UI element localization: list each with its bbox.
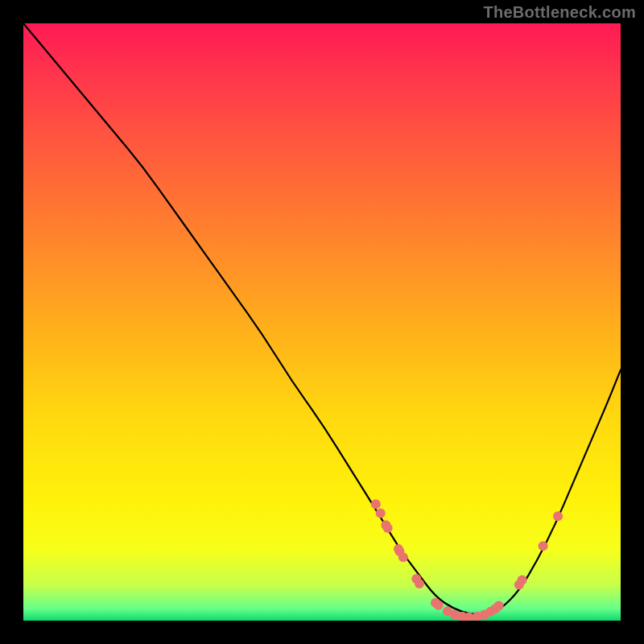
data-marker <box>383 523 393 533</box>
chart-overlay <box>23 23 621 621</box>
marker-group <box>371 499 563 621</box>
data-marker <box>371 499 381 509</box>
data-marker <box>494 601 504 610</box>
bottleneck-curve <box>23 23 621 615</box>
data-marker <box>398 552 408 562</box>
data-marker <box>434 601 444 610</box>
chart-frame: TheBottleneck.com <box>0 0 644 644</box>
data-marker <box>376 508 386 518</box>
data-marker <box>415 579 424 588</box>
data-marker <box>553 511 563 521</box>
data-marker <box>539 541 548 551</box>
data-marker <box>518 576 527 585</box>
watermark-text: TheBottleneck.com <box>483 3 636 22</box>
